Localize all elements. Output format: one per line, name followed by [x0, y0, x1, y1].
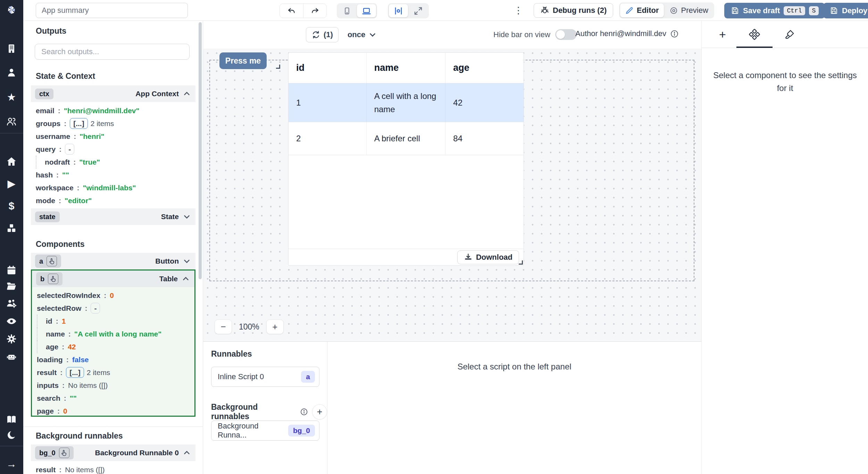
app-sidebar: ★ ▶ $ → — [0, 0, 23, 474]
editor-tab[interactable]: Editor — [620, 3, 664, 17]
save-draft-button[interactable]: Save draft Ctrl S — [724, 3, 825, 18]
table-cell[interactable]: A briefer cell — [367, 122, 446, 155]
runs-play-icon[interactable]: ▶ — [5, 177, 18, 190]
info-icon[interactable] — [300, 408, 308, 416]
output-row: username"henri" — [31, 130, 195, 143]
workers-users-gear-icon[interactable] — [5, 297, 18, 310]
column-header[interactable]: name — [367, 53, 446, 83]
press-me-button-component[interactable]: Press me — [219, 52, 267, 69]
debug-runs-button[interactable]: Debug runs (2) — [534, 3, 613, 18]
expand-icon — [414, 6, 423, 16]
zoom-in-button[interactable]: + — [266, 319, 284, 334]
redo-icon — [310, 6, 319, 15]
add-background-runnable-button[interactable]: + — [312, 404, 327, 419]
background-runnable-badge: bg_0 — [288, 425, 315, 436]
empty-value-chip[interactable]: - — [65, 144, 74, 155]
hide-bar-label: Hide bar on view — [493, 30, 550, 39]
favorites-star-icon[interactable]: ★ — [5, 91, 18, 103]
groups-icon[interactable] — [5, 115, 18, 128]
schedules-calendar-icon[interactable] — [5, 264, 18, 276]
sidebar-divider — [0, 133, 23, 133]
desktop-view-button[interactable] — [357, 4, 376, 17]
inline-script-item[interactable]: Inline Script 0 a — [211, 367, 319, 387]
laptop-icon — [362, 6, 371, 16]
empty-value-chip[interactable]: - — [91, 303, 100, 314]
sidebar-divider — [0, 446, 23, 446]
table-row-selected[interactable]: 1 A cell with a long name 42 — [289, 83, 524, 122]
canvas-zoom-controls: − 100% + — [215, 319, 284, 334]
output-row: query- — [31, 143, 195, 156]
more-options-menu[interactable]: ⋮ — [512, 4, 525, 17]
table-cell[interactable]: A cell with a long name — [367, 83, 446, 122]
shortcut-s-key: S — [809, 6, 819, 15]
table-resize-handle[interactable] — [519, 260, 523, 265]
add-component-tab[interactable]: + — [707, 21, 738, 48]
user-icon[interactable] — [5, 66, 18, 79]
styling-tab[interactable] — [774, 21, 806, 48]
column-header[interactable]: id — [289, 53, 367, 83]
output-row: selectedRowIndex0 — [32, 289, 197, 302]
download-button[interactable]: Download — [457, 250, 519, 264]
component-b-header[interactable]: b Table — [32, 271, 194, 287]
table-cell[interactable]: 84 — [445, 122, 524, 155]
zoom-out-button[interactable]: − — [215, 319, 232, 334]
undo-button[interactable] — [280, 4, 303, 18]
download-icon — [464, 253, 473, 261]
info-icon[interactable] — [670, 30, 679, 38]
fullscreen-button[interactable] — [409, 4, 428, 17]
deploy-button[interactable]: Deploy — [823, 3, 868, 18]
dark-mode-moon-icon[interactable] — [5, 429, 18, 441]
chevron-down-icon — [182, 257, 191, 266]
redo-button[interactable] — [303, 4, 326, 18]
audit-eye-icon[interactable] — [5, 315, 18, 327]
table-row[interactable]: 2 A briefer cell 84 — [289, 122, 524, 155]
resources-cubes-icon[interactable] — [5, 222, 18, 234]
chevron-down-icon — [182, 212, 191, 221]
preview-tab[interactable]: Preview — [665, 3, 713, 17]
ctx-node-header[interactable]: ctx App Context — [31, 85, 195, 102]
settings-gear-icon[interactable] — [5, 333, 18, 345]
refresh-mode-dropdown[interactable]: once — [348, 30, 377, 39]
centered-layout-button[interactable] — [389, 4, 408, 17]
hide-bar-toggle[interactable] — [555, 29, 577, 40]
hand-pointer-icon[interactable] — [47, 256, 57, 266]
ai-robot-icon[interactable] — [5, 350, 18, 363]
background-runnable-item[interactable]: Background Runna... bg_0 — [211, 421, 319, 441]
author-label: Author henri@windmill.dev — [575, 29, 666, 38]
expand-array-chip[interactable]: [...] — [70, 118, 88, 129]
table-component: id name age 1 A cell with a long name 42… — [288, 52, 524, 266]
ctx-output-list: email"henri@windmill.dev" groups[...]2 i… — [31, 104, 195, 207]
windmill-logo[interactable] — [5, 4, 18, 17]
button-resize-handle[interactable] — [276, 65, 280, 69]
section-divider — [23, 426, 203, 427]
expand-array-chip[interactable]: [...] — [66, 367, 84, 378]
column-header[interactable]: age — [445, 53, 524, 83]
component-settings-tab[interactable] — [738, 21, 770, 48]
runnables-panel: Runnables Inline Script 0 a Background r… — [203, 341, 701, 474]
app-summary-input[interactable] — [36, 3, 188, 18]
save-draft-label: Save draft — [743, 6, 780, 15]
state-id-pill: state — [35, 211, 60, 222]
table-cell[interactable]: 2 — [289, 122, 367, 155]
refresh-button[interactable]: (1) — [306, 27, 339, 42]
table-cell[interactable]: 1 — [289, 83, 367, 122]
variables-dollar-icon[interactable]: $ — [5, 200, 18, 212]
state-node-header[interactable]: state State — [31, 208, 195, 225]
search-outputs-input[interactable] — [35, 44, 190, 60]
shortcut-ctrl-key: Ctrl — [784, 6, 805, 15]
app-canvas[interactable]: Press me id name age 1 A cell with a lon… — [203, 49, 701, 341]
device-toggle-group — [337, 3, 377, 18]
mobile-view-button[interactable] — [338, 4, 356, 17]
folders-icon[interactable] — [5, 280, 18, 292]
docs-book-icon[interactable] — [5, 413, 18, 426]
hand-pointer-icon[interactable] — [48, 274, 58, 284]
workspace-icon[interactable] — [5, 42, 18, 55]
table-cell[interactable]: 42 — [445, 83, 524, 122]
panel-scrollbar[interactable] — [199, 22, 202, 279]
hand-pointer-icon[interactable] — [59, 448, 69, 458]
home-icon[interactable] — [5, 155, 18, 168]
component-a-header[interactable]: a Button — [31, 253, 195, 269]
output-row: loadingfalse — [32, 353, 197, 366]
bg0-node-header[interactable]: bg_0 Background Runnable 0 — [31, 444, 195, 461]
collapse-arrow-icon[interactable]: → — [5, 458, 18, 470]
